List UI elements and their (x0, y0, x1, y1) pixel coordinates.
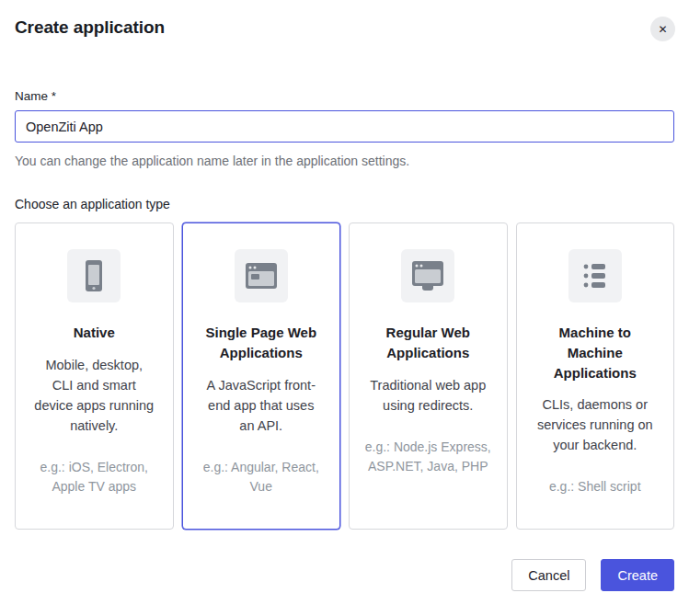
card-description: A JavaScript front-end app that uses an … (201, 375, 322, 436)
page-title: Create application (15, 17, 674, 38)
card-description: Mobile, desktop, CLI and smart device ap… (33, 355, 155, 436)
card-title: Single Page Web Applications (205, 323, 317, 363)
card-description: Traditional web app using redirects. (367, 375, 488, 416)
create-application-dialog: Create application ✕ Name * You can chan… (0, 0, 689, 616)
card-title: Machine to Machine Applications (539, 323, 651, 382)
card-example: e.g.: iOS, Electron, Apple TV apps (29, 458, 159, 496)
name-label: Name * (15, 89, 674, 103)
close-button[interactable]: ✕ (650, 17, 675, 41)
card-example: e.g.: Node.js Express, ASP.NET, Java, PH… (362, 438, 493, 476)
app-type-card-spa[interactable]: Single Page Web Applications A JavaScrip… (182, 222, 341, 530)
application-type-label: Choose an application type (15, 197, 674, 211)
regular-web-server-icon (401, 249, 454, 302)
create-button[interactable]: Create (601, 559, 674, 591)
close-icon: ✕ (658, 24, 667, 35)
name-helper-text: You can change the application name late… (15, 154, 674, 168)
card-example: e.g.: Shell script (530, 477, 660, 496)
application-type-cards: Native Mobile, desktop, CLI and smart de… (15, 222, 674, 530)
app-type-card-native[interactable]: Native Mobile, desktop, CLI and smart de… (15, 222, 174, 530)
native-phone-icon (67, 249, 121, 302)
dialog-footer: Cancel Create (15, 559, 674, 591)
spa-browser-icon (235, 249, 288, 302)
card-example: e.g.: Angular, React, Vue (196, 458, 327, 496)
application-name-input[interactable] (15, 110, 674, 143)
card-title: Native (38, 323, 150, 343)
app-type-card-regular-web[interactable]: Regular Web Applications Traditional web… (349, 222, 508, 530)
card-description: CLIs, daemons or services running on you… (534, 394, 656, 455)
machine-to-machine-list-icon (568, 249, 622, 302)
card-title: Regular Web Applications (372, 323, 484, 363)
cancel-button[interactable]: Cancel (511, 559, 586, 591)
app-type-card-m2m[interactable]: Machine to Machine Applications CLIs, da… (516, 222, 675, 530)
